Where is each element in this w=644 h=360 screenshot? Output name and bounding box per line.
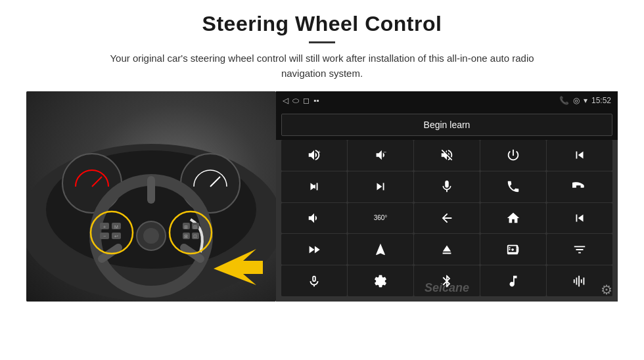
android-statusbar: ◁ ⬭ ◻ ▪▪ 📞 ◎ ▾ 15:52 bbox=[276, 91, 618, 110]
mic2-button[interactable] bbox=[281, 265, 347, 296]
eject-button[interactable] bbox=[414, 234, 480, 265]
settings-button[interactable] bbox=[348, 265, 413, 296]
back-icon: ◁ bbox=[283, 96, 288, 105]
svg-text:⊟: ⊟ bbox=[193, 225, 197, 229]
phone-status-icon: 📞 bbox=[559, 96, 569, 105]
svg-text:⊞: ⊞ bbox=[184, 225, 188, 229]
page-container: Steering Wheel Control Your original car… bbox=[0, 0, 644, 360]
phone-call-button[interactable] bbox=[480, 171, 546, 202]
skip-fwd-button[interactable] bbox=[348, 171, 413, 202]
cam-360-button[interactable]: 360° bbox=[348, 203, 413, 234]
vol-mute-button[interactable] bbox=[414, 140, 480, 171]
page-title: Steering Wheel Control bbox=[202, 12, 442, 36]
svg-text:⊠: ⊠ bbox=[184, 234, 188, 238]
music-button[interactable] bbox=[480, 265, 546, 296]
status-left: ◁ ⬭ ◻ ▪▪ bbox=[283, 96, 319, 105]
back-nav-button[interactable] bbox=[414, 203, 480, 234]
svg-text:+: + bbox=[103, 225, 106, 229]
mic-button[interactable] bbox=[414, 171, 480, 202]
svg-point-3 bbox=[181, 154, 240, 213]
time-display: 15:52 bbox=[591, 96, 611, 105]
vol-down-button[interactable]: − bbox=[348, 140, 413, 171]
svg-text:−: − bbox=[384, 150, 387, 156]
controls-grid: + − bbox=[276, 140, 618, 302]
begin-learn-row: Begin learn bbox=[276, 110, 618, 140]
svg-text:−: − bbox=[103, 234, 106, 238]
nav-button[interactable] bbox=[348, 234, 413, 265]
fast-fwd-button[interactable] bbox=[281, 234, 347, 265]
svg-text:↩: ↩ bbox=[114, 234, 118, 238]
status-right: 📞 ◎ ▾ 15:52 bbox=[559, 96, 611, 105]
phone-end-button[interactable] bbox=[547, 171, 612, 202]
home-nav-button[interactable] bbox=[480, 203, 546, 234]
bluetooth-button[interactable] bbox=[414, 265, 480, 296]
svg-point-11 bbox=[143, 228, 159, 244]
prev-track-button[interactable] bbox=[547, 140, 612, 171]
vol-up-button[interactable]: + bbox=[281, 140, 347, 171]
signal-icon: ▪▪ bbox=[313, 96, 319, 105]
cam-360-label: 360° bbox=[374, 214, 388, 221]
wifi-icon: ▾ bbox=[584, 96, 587, 105]
power-button[interactable] bbox=[480, 140, 546, 171]
svg-text:M: M bbox=[114, 225, 118, 229]
horn-button[interactable] bbox=[281, 203, 347, 234]
content-row: + M − ↩ ⊞ ⊟ ⊠ ⊡ bbox=[26, 91, 618, 302]
location-icon: ◎ bbox=[573, 96, 580, 105]
home-icon: ⬭ bbox=[292, 96, 299, 105]
page-subtitle: Your original car's steering wheel contr… bbox=[92, 51, 552, 81]
radio-button[interactable] bbox=[480, 234, 546, 265]
skip-back-button[interactable] bbox=[547, 203, 612, 234]
begin-learn-button[interactable]: Begin learn bbox=[281, 114, 612, 136]
car-image: + M − ↩ ⊞ ⊟ ⊠ ⊡ bbox=[26, 91, 276, 302]
recents-icon: ◻ bbox=[303, 96, 310, 105]
svg-text:+: + bbox=[318, 150, 321, 156]
svg-text:⊡: ⊡ bbox=[193, 234, 197, 238]
title-divider bbox=[309, 41, 335, 43]
gear-icon[interactable]: ⚙ bbox=[601, 282, 612, 298]
android-screen: ◁ ⬭ ◻ ▪▪ 📞 ◎ ▾ 15:52 Begin learn bbox=[276, 91, 618, 302]
next-track-button[interactable] bbox=[281, 171, 347, 202]
svg-point-2 bbox=[62, 154, 122, 213]
eq-button[interactable] bbox=[547, 234, 612, 265]
